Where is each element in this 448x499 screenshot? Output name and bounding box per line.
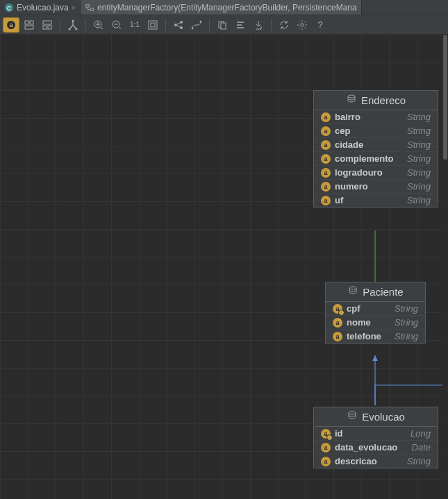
field-row[interactable]: alogradouroString bbox=[314, 165, 438, 179]
entity-body: acpfStringanomeStringatelefoneString bbox=[326, 302, 425, 343]
field-row[interactable]: acepString bbox=[314, 124, 438, 137]
entity-header: Evolucao bbox=[314, 407, 438, 427]
separator bbox=[165, 19, 166, 31]
close-icon[interactable]: × bbox=[72, 3, 76, 12]
svg-rect-17 bbox=[149, 21, 157, 29]
entity-title: Endereco bbox=[361, 94, 406, 106]
svg-point-32 bbox=[349, 287, 356, 289]
field-row[interactable]: acomplementoString bbox=[314, 151, 438, 165]
layout-2-icon[interactable] bbox=[39, 17, 56, 33]
field-icon: a bbox=[321, 140, 331, 150]
field-name: cep bbox=[335, 126, 350, 136]
separator bbox=[271, 19, 272, 31]
separator bbox=[85, 19, 86, 31]
scrollbar-thumb[interactable] bbox=[443, 35, 447, 160]
entity-body: abairroStringacepStringacidadeStringacom… bbox=[314, 110, 438, 207]
field-type: Long bbox=[410, 428, 431, 439]
svg-rect-2 bbox=[86, 4, 89, 7]
field-row[interactable]: atelefoneString bbox=[326, 329, 425, 343]
entity-body: aidLongadata_evolucaoDateadescricaoStrin… bbox=[314, 427, 438, 468]
field-name: nome bbox=[347, 317, 371, 328]
svg-rect-9 bbox=[43, 21, 51, 24]
branch-icon[interactable] bbox=[65, 17, 81, 33]
svg-rect-18 bbox=[151, 23, 155, 27]
field-type: String bbox=[407, 139, 431, 150]
field-icon: a bbox=[333, 318, 342, 328]
field-row[interactable]: adescricaoString bbox=[314, 454, 438, 468]
key-field-icon: a bbox=[321, 429, 331, 439]
field-icon: a bbox=[321, 154, 331, 164]
svg-point-26 bbox=[301, 23, 304, 26]
edge-layout-icon[interactable] bbox=[188, 17, 205, 33]
svg-point-14 bbox=[76, 28, 78, 30]
refresh-icon[interactable] bbox=[276, 17, 292, 33]
field-icon: a bbox=[321, 443, 331, 453]
field-type: String bbox=[407, 167, 431, 178]
zoom-out-icon[interactable] bbox=[108, 17, 125, 33]
field-name: descricao bbox=[335, 456, 377, 466]
svg-text:C: C bbox=[7, 4, 12, 11]
svg-rect-25 bbox=[221, 23, 226, 29]
field-type: String bbox=[395, 317, 418, 328]
field-row[interactable]: abairroString bbox=[314, 110, 438, 124]
tab-evolucao-java[interactable]: C Evolucao.java × bbox=[0, 0, 81, 15]
tab-entity-manager-factory[interactable]: entityManagerFactory(EntityManagerFactor… bbox=[81, 0, 362, 15]
separator bbox=[209, 19, 210, 31]
layout-1-icon[interactable] bbox=[21, 17, 38, 33]
field-type: String bbox=[407, 456, 431, 466]
field-icon: a bbox=[321, 457, 331, 466]
field-row[interactable]: acidadeString bbox=[314, 137, 438, 151]
svg-rect-6 bbox=[25, 21, 28, 24]
field-type: String bbox=[395, 331, 418, 341]
svg-point-33 bbox=[349, 412, 356, 414]
entity-endereco[interactable]: Endereco abairroStringacepStringacidadeS… bbox=[313, 90, 438, 208]
annotation-filter-icon[interactable]: a bbox=[3, 17, 19, 33]
svg-text:a: a bbox=[9, 22, 13, 28]
align-icon[interactable] bbox=[232, 17, 249, 33]
help-icon[interactable]: ? bbox=[312, 17, 329, 33]
entity-title: Paciente bbox=[363, 286, 403, 298]
field-type: String bbox=[407, 112, 431, 122]
field-icon: a bbox=[321, 182, 331, 192]
entity-header: Endereco bbox=[314, 91, 438, 110]
fit-screen-icon[interactable] bbox=[144, 17, 161, 33]
field-type: String bbox=[407, 126, 431, 136]
field-row[interactable]: adata_evolucaoDate bbox=[314, 440, 438, 454]
zoom-in-icon[interactable] bbox=[90, 17, 107, 33]
scrollbar-vertical[interactable] bbox=[442, 35, 448, 499]
field-name: telefone bbox=[347, 331, 381, 341]
svg-point-31 bbox=[348, 95, 355, 98]
copy-icon[interactable] bbox=[214, 17, 231, 33]
share-icon[interactable] bbox=[170, 17, 187, 33]
svg-point-22 bbox=[192, 27, 194, 29]
field-row[interactable]: aidLong bbox=[314, 427, 438, 440]
field-name: bairro bbox=[335, 112, 360, 122]
svg-rect-7 bbox=[30, 21, 33, 24]
field-row[interactable]: aufString bbox=[314, 193, 438, 207]
svg-rect-3 bbox=[90, 8, 93, 10]
field-icon: a bbox=[321, 168, 331, 178]
field-row[interactable]: anomeString bbox=[326, 315, 425, 329]
field-icon: a bbox=[321, 196, 331, 205]
field-type: Date bbox=[412, 442, 431, 453]
field-type: String bbox=[407, 181, 431, 192]
tab-bar: C Evolucao.java × entityManagerFactory(E… bbox=[0, 0, 448, 15]
entity-evolucao[interactable]: Evolucao aidLongadata_evolucaoDateadescr… bbox=[313, 407, 438, 468]
settings-icon[interactable] bbox=[294, 17, 310, 33]
field-row[interactable]: anumeroString bbox=[314, 179, 438, 193]
svg-rect-11 bbox=[48, 26, 51, 29]
svg-point-21 bbox=[180, 26, 183, 29]
entity-title: Evolucao bbox=[362, 411, 405, 423]
class-icon: C bbox=[4, 3, 14, 12]
entity-paciente[interactable]: Paciente acpfStringanomeStringatelefoneS… bbox=[325, 282, 426, 344]
export-icon[interactable] bbox=[250, 17, 267, 33]
field-name: logradouro bbox=[335, 167, 383, 178]
diagram-canvas[interactable]: Endereco abairroStringacepStringacidadeS… bbox=[0, 35, 448, 499]
field-row[interactable]: acpfString bbox=[326, 302, 425, 315]
tab-label: entityManagerFactory(EntityManagerFactor… bbox=[97, 3, 357, 12]
svg-point-19 bbox=[174, 24, 177, 26]
persistence-icon bbox=[347, 285, 358, 298]
zoom-actual-icon[interactable]: 1:1 bbox=[126, 17, 143, 33]
svg-rect-8 bbox=[25, 26, 33, 29]
field-type: String bbox=[407, 153, 431, 164]
